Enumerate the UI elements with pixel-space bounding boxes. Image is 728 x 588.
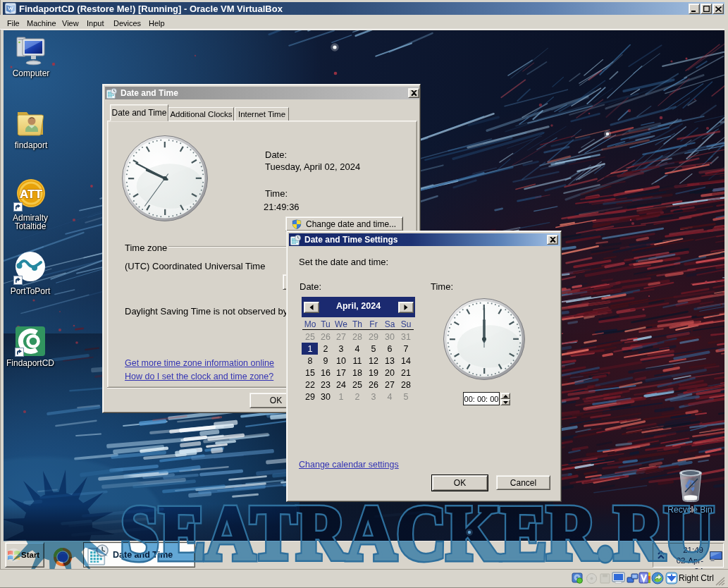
svg-text:ATT: ATT [20, 188, 42, 201]
